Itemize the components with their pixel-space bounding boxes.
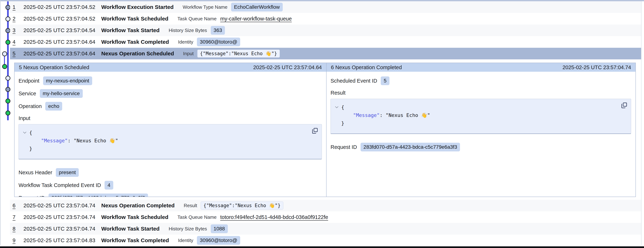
event-type-name: Workflow Task Scheduled [101, 214, 168, 220]
event-row-6[interactable]: 62025-02-25 UTC 23:57:04.74Nexus Operati… [10, 200, 641, 211]
timeline-node-event-7[interactable] [6, 76, 10, 81]
detail-row: Request ID283fd070-d57a-4423-bdca-c5c779… [18, 194, 322, 197]
event-id-link[interactable]: 5 [12, 51, 18, 57]
event-row-5[interactable]: 52025-02-25 UTC 23:57:04.64Nexus Operati… [10, 48, 641, 59]
json-line: { [341, 103, 430, 111]
top-divider [0, 0, 644, 1]
detail-row: Endpointmy-nexus-endpoint [18, 76, 322, 85]
event-id-link[interactable]: 3 [12, 27, 18, 33]
bottom-bar [0, 246, 644, 248]
event-detail-panel: 5 Nexus Operation Scheduled2025-02-25 UT… [14, 63, 326, 197]
event-row-2[interactable]: 22025-02-25 UTC 23:57:04.52Workflow Task… [10, 13, 641, 24]
event-type-name: Workflow Execution Started [101, 4, 174, 10]
timeline-node-event-9[interactable] [6, 99, 10, 103]
event-row-3[interactable]: 32025-02-25 UTC 23:57:04.54Workflow Task… [10, 24, 641, 36]
event-attribute-link[interactable]: totoro:f494fecf-2d51-4d48-bdcd-036a0f912… [220, 214, 328, 220]
detail-row: Scheduled Event ID5 [330, 76, 631, 85]
json-value: "Nexus Echo 👋" [386, 112, 430, 118]
timeline-node-event-8[interactable] [6, 87, 10, 92]
event-attribute-label: Task Queue Name [178, 16, 216, 22]
event-type-name: Nexus Operation Completed [101, 203, 174, 209]
panel-timestamp: 2025-02-25 UTC 23:57:04.64 [253, 64, 322, 70]
event-timestamp: 2025-02-25 UTC 23:57:04.64 [24, 39, 96, 45]
panel-header: 5 Nexus Operation Scheduled2025-02-25 UT… [14, 63, 326, 72]
detail-row: Operationecho [18, 102, 322, 111]
detail-value: present [56, 168, 78, 177]
event-id-link[interactable]: 1 [12, 4, 18, 10]
event-history-view: 12025-02-25 UTC 23:57:04.52Workflow Exec… [0, 0, 644, 248]
event-timeline-graph [0, 0, 11, 127]
chevron-down-icon[interactable] [22, 129, 28, 153]
timeline-node-event-6[interactable] [2, 64, 7, 69]
event-row-7[interactable]: 72025-02-25 UTC 23:57:04.74Workflow Task… [10, 211, 641, 223]
event-attribute: History Size Bytes1088 [169, 224, 228, 233]
event-id-link[interactable]: 2 [12, 16, 18, 22]
timeline-node-event-5[interactable] [2, 51, 7, 56]
detail-row: Result [330, 89, 631, 97]
json-line: "Message": "Nexus Echo 👋" [341, 111, 430, 119]
next-row-sliver [0, 245, 644, 246]
event-id-link[interactable]: 8 [12, 226, 18, 232]
json-key: "Message" [29, 138, 68, 143]
event-row-1[interactable]: 12025-02-25 UTC 23:57:04.52Workflow Exec… [10, 1, 641, 13]
detail-row: Request ID283fd070-d57a-4423-bdca-c5c779… [330, 143, 631, 151]
detail-value: 4 [104, 181, 113, 190]
event-attribute: Input{"Message":"Nexus Echo 👋"} [183, 49, 280, 57]
json-key: "Message" [341, 112, 380, 118]
event-id-link[interactable]: 9 [12, 238, 18, 244]
timeline-node-event-2[interactable] [6, 16, 10, 21]
event-id-link[interactable]: 7 [12, 214, 18, 220]
json-line: { [29, 129, 118, 137]
event-type-name: Workflow Task Completed [101, 39, 169, 45]
json-line: } [29, 145, 118, 153]
detail-label: Operation [18, 103, 42, 109]
event-row-8[interactable]: 82025-02-25 UTC 23:57:04.74Workflow Task… [10, 223, 641, 235]
event-timestamp: 2025-02-25 UTC 23:57:04.52 [24, 4, 96, 10]
panel-timestamp: 2025-02-25 UTC 23:57:04.74 [562, 64, 631, 70]
event-row-4[interactable]: 42025-02-25 UTC 23:57:04.64Workflow Task… [10, 36, 641, 48]
json-value: "Nexus Echo 👋" [74, 138, 118, 143]
event-attribute-label: Identity [178, 238, 193, 243]
detail-row: Nexus Headerpresent [18, 168, 322, 177]
event-attribute-value: 30960@totoro@ [197, 37, 240, 46]
event-attribute-link[interactable]: my-caller-workflow-task-queue [220, 16, 292, 22]
event-attribute-label: History Size Bytes [169, 226, 207, 232]
timeline-node-event-10[interactable] [6, 111, 10, 115]
event-detail-panels: 5 Nexus Operation Scheduled2025-02-25 UT… [14, 63, 636, 197]
event-type-name: Workflow Task Started [101, 226, 160, 232]
detail-value: my-hello-service [40, 89, 83, 98]
event-id-link[interactable]: 6 [12, 203, 18, 209]
event-id-link[interactable]: 4 [12, 39, 18, 45]
chevron-down-icon[interactable] [334, 103, 340, 127]
event-timestamp: 2025-02-25 UTC 23:57:04.74 [24, 226, 96, 232]
copy-icon[interactable] [621, 102, 628, 109]
event-attribute-value: 30960@totoro@ [197, 236, 240, 245]
timeline-node-event-1[interactable] [6, 5, 10, 10]
detail-label: Nexus Header [18, 170, 52, 176]
copy-icon[interactable] [312, 127, 318, 134]
event-attribute: Identity30960@totoro@ [178, 37, 240, 46]
event-rows-bottom: 62025-02-25 UTC 23:57:04.74Nexus Operati… [10, 200, 641, 246]
event-attribute-label: Input [183, 51, 194, 56]
event-attribute-label: Task Queue Name [178, 215, 216, 220]
detail-value: echo [45, 102, 62, 111]
detail-label: Request ID [330, 144, 357, 150]
event-row-9[interactable]: 92025-02-25 UTC 23:57:04.83Workflow Task… [10, 235, 641, 246]
event-type-name: Nexus Operation Scheduled [101, 50, 174, 57]
event-attribute-value: 363 [211, 26, 225, 35]
timeline-node-event-3[interactable] [6, 28, 10, 33]
panel-title: 6 Nexus Operation Completed [331, 64, 402, 70]
panel-header: 6 Nexus Operation Completed2025-02-25 UT… [326, 63, 636, 72]
event-timestamp: 2025-02-25 UTC 23:57:04.64 [24, 50, 96, 57]
detail-label: Endpoint [18, 78, 40, 84]
panel-body: Endpointmy-nexus-endpointServicemy-hello… [14, 72, 326, 197]
event-timestamp: 2025-02-25 UTC 23:57:04.74 [24, 203, 96, 209]
detail-value: 283fd070-d57a-4423-bdca-c5c779e6a3f3 [360, 143, 460, 151]
detail-row: Input [18, 115, 322, 122]
event-rows-top: 12025-02-25 UTC 23:57:04.52Workflow Exec… [10, 1, 641, 59]
right-divider [641, 1, 642, 246]
json-line: } [341, 119, 430, 127]
detail-label: Workflow Task Completed Event ID [18, 182, 101, 188]
event-attribute: Task Queue Nametotoro:f494fecf-2d51-4d48… [178, 214, 328, 220]
timeline-node-event-4[interactable] [6, 40, 10, 45]
